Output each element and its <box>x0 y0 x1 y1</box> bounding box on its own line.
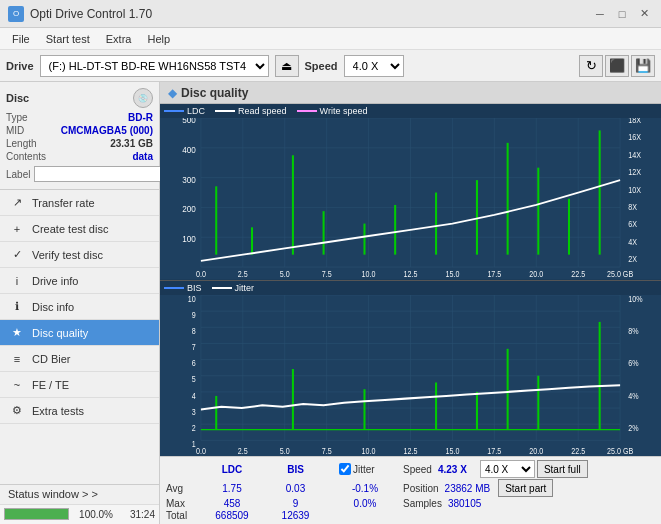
svg-text:200: 200 <box>182 204 196 215</box>
svg-text:12.5: 12.5 <box>404 444 418 455</box>
speed-select2[interactable]: 4.0 X <box>480 460 535 478</box>
menu-file[interactable]: File <box>4 31 38 47</box>
svg-text:400: 400 <box>182 144 196 155</box>
toolbar-btn-1[interactable]: ↻ <box>579 55 603 77</box>
drive-select[interactable]: (F:) HL-DT-ST BD-RE WH16NS58 TST4 <box>40 55 269 77</box>
stats-bis-header: BIS <box>268 464 323 475</box>
sidebar-item-verify-test-disc[interactable]: ✓ Verify test disc <box>0 242 159 268</box>
sidebar-item-transfer-rate[interactable]: ↗ Transfer rate <box>0 190 159 216</box>
toolbar-btn-2[interactable]: ⬛ <box>605 55 629 77</box>
write-label: Write speed <box>320 106 368 116</box>
svg-text:7: 7 <box>192 341 196 352</box>
sidebar-item-create-test-disc[interactable]: + Create test disc <box>0 216 159 242</box>
eject-button[interactable]: ⏏ <box>275 55 299 77</box>
speed-col-value: 4.23 X <box>438 464 478 475</box>
drivebar: Drive (F:) HL-DT-ST BD-RE WH16NS58 TST4 … <box>0 50 661 82</box>
close-button[interactable]: ✕ <box>635 5 653 23</box>
disc-type-row: Type BD-R <box>6 112 153 123</box>
sidebar-item-disc-info[interactable]: ℹ Disc info <box>0 294 159 320</box>
sidebar-item-drive-info[interactable]: i Drive info <box>0 268 159 294</box>
content-header-title: Disc quality <box>181 86 248 100</box>
legend-read: Read speed <box>215 106 287 116</box>
position-value: 23862 MB <box>445 483 491 494</box>
fe-te-label: FE / TE <box>32 379 69 391</box>
stats-ldc-header: LDC <box>198 464 266 475</box>
sidebar-item-disc-quality[interactable]: ★ Disc quality <box>0 320 159 346</box>
extra-tests-icon: ⚙ <box>8 402 26 420</box>
svg-text:22.5: 22.5 <box>571 444 585 455</box>
stats-max-row: Max 458 9 0.0% Samples 380105 <box>166 498 655 509</box>
disc-info-icon: ℹ <box>8 298 26 316</box>
start-full-button[interactable]: Start full <box>537 460 588 478</box>
svg-text:300: 300 <box>182 174 196 185</box>
svg-text:17.5: 17.5 <box>487 269 501 279</box>
sidebar-item-cd-bier[interactable]: ≡ CD Bier <box>0 346 159 372</box>
disc-quality-icon: ★ <box>8 324 26 342</box>
type-value: BD-R <box>128 112 153 123</box>
transfer-rate-icon: ↗ <box>8 194 26 212</box>
bis-color <box>164 287 184 289</box>
menu-help[interactable]: Help <box>139 31 178 47</box>
stats-header: LDC BIS Jitter Speed 4.23 X 4.0 X Start … <box>166 460 655 478</box>
window-controls: ─ □ ✕ <box>591 5 653 23</box>
minimize-button[interactable]: ─ <box>591 5 609 23</box>
progress-bar-bg <box>4 508 69 520</box>
disc-info-label: Disc info <box>32 301 74 313</box>
label-input[interactable] <box>34 166 167 182</box>
total-bis: 12639 <box>268 510 323 521</box>
content-area: ◆ Disc quality LDC Read speed Write spee… <box>160 82 661 524</box>
contents-label: Contents <box>6 151 46 162</box>
svg-text:8: 8 <box>192 325 196 336</box>
legend-bis: BIS <box>164 283 202 293</box>
cd-bier-label: CD Bier <box>32 353 71 365</box>
fe-te-icon: ~ <box>8 376 26 394</box>
svg-text:9: 9 <box>192 308 196 319</box>
sidebar-item-extra-tests[interactable]: ⚙ Extra tests <box>0 398 159 424</box>
stats-avg-row: Avg 1.75 0.03 -0.1% Position 23862 MB St… <box>166 479 655 497</box>
svg-text:12.5: 12.5 <box>404 269 418 279</box>
avg-ldc: 1.75 <box>198 483 266 494</box>
svg-text:5.0: 5.0 <box>280 444 290 455</box>
menu-start-test[interactable]: Start test <box>38 31 98 47</box>
svg-text:2X: 2X <box>628 254 637 264</box>
total-ldc: 668509 <box>198 510 266 521</box>
samples-value: 380105 <box>448 498 481 509</box>
stats-total-row: Total 668509 12639 <box>166 510 655 521</box>
jitter-checkbox[interactable] <box>339 463 351 475</box>
extra-tests-label: Extra tests <box>32 405 84 417</box>
content-header: ◆ Disc quality <box>160 82 661 104</box>
read-label: Read speed <box>238 106 287 116</box>
sidebar-item-fe-te[interactable]: ~ FE / TE <box>0 372 159 398</box>
chart1-area: 500 400 300 200 100 18X 16X 14X 12X 10X … <box>160 118 661 280</box>
svg-text:2: 2 <box>192 421 196 432</box>
transfer-rate-label: Transfer rate <box>32 197 95 209</box>
start-part-button[interactable]: Start part <box>498 479 553 497</box>
svg-text:10%: 10% <box>628 295 643 304</box>
menu-extra[interactable]: Extra <box>98 31 140 47</box>
label-row: Label ⬤ <box>6 165 153 183</box>
svg-text:20.0: 20.0 <box>529 444 543 455</box>
speed-select[interactable]: 4.0 X <box>344 55 404 77</box>
svg-text:18X: 18X <box>628 118 641 125</box>
titlebar: O Opti Drive Control 1.70 ─ □ ✕ <box>0 0 661 28</box>
samples-label: Samples <box>403 498 442 509</box>
svg-text:5: 5 <box>192 373 196 384</box>
svg-text:100: 100 <box>182 233 196 244</box>
app-title: Opti Drive Control 1.70 <box>30 7 152 21</box>
bis-label: BIS <box>187 283 202 293</box>
svg-text:7.5: 7.5 <box>322 269 332 279</box>
cd-bier-icon: ≡ <box>8 350 26 368</box>
maximize-button[interactable]: □ <box>613 5 631 23</box>
create-test-icon: + <box>8 220 26 238</box>
chart1-svg: 500 400 300 200 100 18X 16X 14X 12X 10X … <box>160 118 661 280</box>
status-window-button[interactable]: Status window > > <box>0 485 159 505</box>
sidebar: Disc 💿 Type BD-R MID CMCMAGBA5 (000) Len… <box>0 82 160 524</box>
toolbar-btn-3[interactable]: 💾 <box>631 55 655 77</box>
svg-text:25.0 GB: 25.0 GB <box>607 444 634 455</box>
label-label: Label <box>6 169 30 180</box>
svg-text:6%: 6% <box>628 357 639 368</box>
svg-text:16X: 16X <box>628 133 641 143</box>
jitter-col-label: Jitter <box>353 464 393 475</box>
write-color <box>297 110 317 112</box>
svg-text:10X: 10X <box>628 185 641 195</box>
